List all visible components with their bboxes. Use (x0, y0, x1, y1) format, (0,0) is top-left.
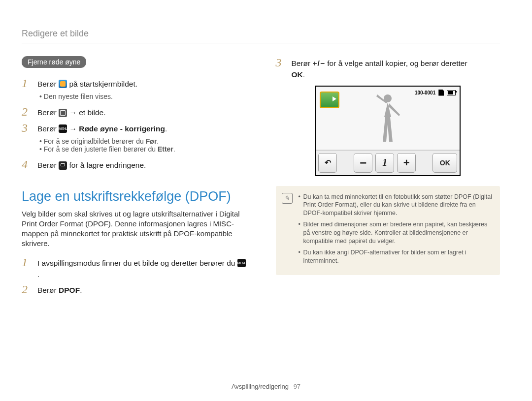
screen-status: 100-0001 (415, 90, 456, 96)
bullet: Den nyeste filen vises. (39, 93, 246, 100)
battery-icon (447, 90, 456, 95)
text: . (37, 270, 39, 278)
text: Berør (37, 286, 59, 294)
note-item: Du kan ta med minnekortet til en fotobut… (299, 193, 493, 218)
step-number: 2 (22, 105, 33, 118)
step-number: 1 (22, 77, 33, 90)
text: For å se den justerte filen berører du (44, 145, 158, 153)
redeye-step-3: 3 Berør → Røde øyne - korrigering. (22, 122, 246, 134)
ok-label: OK (292, 70, 303, 79)
breadcrumb-title: Redigere et bilde (22, 29, 500, 39)
bullet: For å se originalbildet berører du Før. (39, 137, 246, 145)
text-bold: Etter (158, 145, 173, 153)
left-column: Fjerne røde øyne 1 Berør på startskjermb… (22, 56, 246, 299)
text: . (165, 124, 167, 133)
text: Berør (37, 124, 59, 133)
text: For å se originalbildet berører du (44, 137, 146, 145)
text: . (173, 145, 175, 153)
menu-icon (59, 124, 67, 133)
step-number: 4 (22, 158, 33, 171)
text: I avspillingsmodus finner du et bilde og… (37, 259, 237, 267)
file-counter: 100-0001 (415, 90, 435, 95)
dpof-step-1: 1 I avspillingsmodus finner du et bilde … (22, 256, 246, 280)
text-bold: DPOF (59, 286, 80, 294)
redeye-step-2: 2 Berør → et bilde. (22, 105, 246, 118)
text: Berør (292, 59, 313, 67)
text: Berør (37, 108, 59, 117)
screen-preview: 100-0001 (316, 87, 460, 150)
plus-minus-label: +/− (313, 59, 325, 67)
text: for å velge antall kopier, og berør dere… (327, 59, 467, 67)
section-heading-dpof: Lage en utskriftsrekkefølge (DPOF) (22, 189, 246, 204)
step-number: 1 (22, 256, 33, 280)
note-item: Du kan ikke angi DPOF-alternativer for b… (299, 248, 493, 265)
text: . (80, 286, 82, 294)
person-silhouette (370, 93, 405, 148)
text-bold: Før (146, 137, 157, 145)
camera-screen: 100-0001 (315, 86, 461, 176)
page-footer: Avspilling/redigering 97 (0, 383, 532, 390)
bullet: For å se den justerte filen berører du E… (39, 145, 246, 153)
text: Berør (37, 80, 59, 88)
save-icon (59, 161, 67, 170)
divider (22, 43, 500, 43)
dpof-step-3: 3 Berør +/− for å velge antall kopier, o… (276, 56, 500, 81)
footer-section: Avspilling/redigering (232, 383, 289, 390)
ok-button[interactable]: OK (432, 153, 457, 173)
step-number: 3 (276, 56, 287, 81)
text: . (157, 137, 159, 145)
screen-toolbar: − 1 + OK (316, 150, 460, 175)
page-number: 97 (294, 383, 300, 390)
note-icon: ✎ (282, 193, 293, 204)
text: Berør (37, 161, 59, 169)
redeye-step1-notes: Den nyeste filen vises. (39, 93, 246, 100)
home-icon (59, 80, 67, 88)
text: for å lagre endringene. (69, 161, 146, 169)
copy-count: 1 (375, 153, 394, 173)
sd-card-icon (438, 90, 444, 96)
play-thumbnail-icon (320, 92, 339, 108)
text-bold: Røde øyne - korrigering (79, 124, 165, 133)
dpof-step-2: 2 Berør DPOF. (22, 283, 246, 296)
plus-button[interactable]: + (397, 153, 416, 173)
text: et bilde. (79, 108, 105, 117)
step-number: 2 (22, 283, 33, 296)
text: på startskjermbildet. (69, 80, 137, 88)
back-button[interactable] (318, 153, 337, 173)
arrow-icon: → (69, 108, 79, 117)
note-item: Bilder med dimensjoner som er bredere en… (299, 220, 493, 246)
redeye-step3-notes: For å se originalbildet berører du Før. … (39, 137, 246, 153)
thumbnails-icon (59, 109, 67, 117)
redeye-step-1: 1 Berør på startskjermbildet. (22, 77, 246, 90)
minus-button[interactable]: − (354, 153, 372, 173)
step-number: 3 (22, 122, 33, 134)
arrow-icon: → (69, 124, 79, 133)
menu-icon (237, 259, 246, 267)
right-column: 3 Berør +/− for å velge antall kopier, o… (276, 56, 500, 299)
section-paragraph: Velg bilder som skal skrives ut og lagre… (22, 209, 246, 249)
redeye-step-4: 4 Berør for å lagre endringene. (22, 158, 246, 171)
section-tag-redeye: Fjerne røde øyne (22, 56, 86, 68)
info-note-box: ✎ Du kan ta med minnekortet til en fotob… (276, 186, 500, 275)
